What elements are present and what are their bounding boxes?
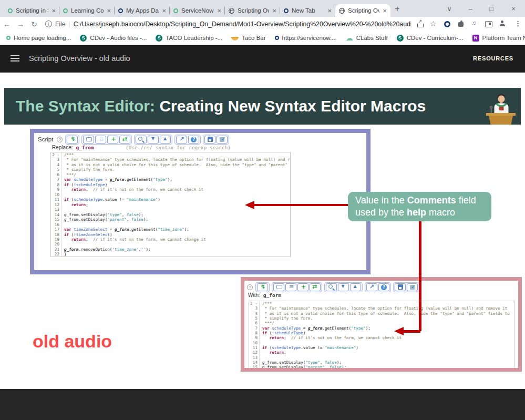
bookmark-item[interactable]: CDev - Curriculum-...	[397, 35, 464, 42]
save-icon[interactable]	[204, 136, 215, 144]
syntax-macro-icon	[259, 284, 266, 291]
tab-close-icon[interactable]: ×	[162, 7, 166, 14]
save-close-icon[interactable]	[217, 136, 228, 144]
close-icon[interactable]: ×	[502, 5, 525, 13]
comment-icon[interactable]	[83, 136, 94, 144]
reload-icon[interactable]: ↻	[27, 20, 41, 28]
browser-tab[interactable]: My Apps Dashb×	[115, 4, 170, 17]
with-value[interactable]: g_form	[263, 292, 281, 298]
profile-icon[interactable]	[498, 20, 506, 28]
browser-tab[interactable]: Scripting Overv×	[335, 4, 390, 17]
tab-close-icon[interactable]: ×	[327, 7, 332, 14]
bookmark-item[interactable]: Home page loading...	[6, 35, 71, 41]
format-icon[interactable]	[95, 136, 106, 144]
resources-button[interactable]: RESOURCES	[473, 55, 513, 62]
share-icon[interactable]	[416, 20, 424, 28]
tab-close-icon[interactable]: ×	[272, 7, 276, 14]
media-controls-icon[interactable]	[471, 20, 479, 28]
bookmark-star-icon[interactable]	[430, 20, 438, 28]
new-tab-button[interactable]: +	[390, 3, 404, 16]
bookmark-label: TACO Leadership -...	[166, 35, 222, 41]
code-line: 3 * For "maintenance" type schedules, lo…	[249, 306, 514, 311]
help-icon[interactable]: ?	[247, 284, 253, 290]
replace-field[interactable]: Replace: g_from (Use /re/ syntax for reg…	[52, 145, 231, 150]
arrow-to-script-editor	[254, 204, 348, 206]
tab-close-icon[interactable]: ×	[217, 7, 221, 14]
line-number: 10	[51, 192, 61, 197]
bookmark-label: Home page loading...	[14, 35, 71, 41]
side-panel-icon[interactable]	[485, 20, 492, 28]
script-field-label: Script	[38, 136, 53, 142]
insert-icon[interactable]	[107, 136, 118, 144]
bookmark-item[interactable]: TACO Leadership -...	[156, 35, 222, 42]
code-text: /***	[260, 301, 514, 306]
save-icon[interactable]	[395, 283, 406, 291]
find-next-icon[interactable]	[338, 283, 349, 291]
forward-icon[interactable]: →	[14, 20, 27, 28]
tab-search-chevron-icon[interactable]: ∨	[439, 5, 460, 13]
help-globe-icon[interactable]	[378, 283, 389, 291]
toolbar-group	[255, 282, 270, 292]
code-line: 14g_from.setDisplay("type", false);	[51, 212, 290, 217]
help-icon[interactable]: ?	[57, 137, 63, 142]
search-icon[interactable]	[136, 136, 147, 144]
find-next-icon[interactable]	[148, 136, 159, 144]
search-icon[interactable]	[326, 283, 337, 291]
browser-tab[interactable]: Learning Cours×	[59, 4, 115, 17]
format-icon[interactable]	[285, 283, 296, 291]
popout-icon[interactable]	[176, 136, 187, 144]
bookmark-item[interactable]: CDev - Audio files -...	[80, 35, 147, 42]
code-text: ***/	[260, 321, 514, 325]
line-number: 18	[51, 232, 61, 237]
extension-ring-icon[interactable]	[444, 20, 451, 28]
tab-close-icon[interactable]: ×	[383, 7, 387, 14]
find-previous-icon[interactable]	[350, 283, 361, 291]
page-info-icon[interactable]: i	[45, 21, 52, 27]
find-previous-icon[interactable]	[160, 136, 171, 144]
minimize-icon[interactable]: –	[460, 5, 481, 13]
replace-value[interactable]: g_from	[76, 145, 94, 150]
url-text[interactable]: C:/Users/joseph.baiocco/Desktop/Scriptin…	[74, 21, 411, 28]
maximize-icon[interactable]: □	[481, 5, 502, 13]
save-close-icon[interactable]	[407, 283, 418, 291]
bookmark-item[interactable]: Platform Team Not...	[472, 35, 525, 42]
line-number: 2 -	[51, 152, 61, 157]
macro-editor-screenshot: ? With: g_form 2 -/***3 * For "maintenan…	[241, 277, 522, 372]
url-box[interactable]: i File | C:/Users/joseph.baiocco/Desktop…	[45, 20, 411, 28]
bookmark-item[interactable]: https://servicenow....	[275, 35, 337, 41]
insert-icon[interactable]	[297, 283, 308, 291]
find-previous-icon	[162, 136, 169, 143]
bookmark-item[interactable]: CLabs Stuff	[346, 33, 388, 43]
replace-swap-icon[interactable]	[310, 283, 321, 291]
bookmark-item[interactable]: Taco Bar	[231, 35, 265, 41]
menu-hamburger-icon[interactable]	[11, 55, 19, 56]
with-field[interactable]: With: g_form	[248, 292, 281, 298]
code-text: var timeZoneSelect = g_form.getElement("…	[61, 227, 290, 232]
line-number: 6	[51, 172, 61, 177]
line-number: 21	[51, 247, 61, 252]
tab-close-icon[interactable]: ×	[52, 7, 56, 14]
bookmark-label: CLabs Stuff	[356, 35, 388, 41]
syntax-macro-icon[interactable]	[257, 283, 268, 291]
tab-title: Scripting in Ser	[16, 7, 48, 14]
syntax-macro-icon[interactable]	[67, 136, 78, 144]
browser-tab[interactable]: New Tab×	[280, 4, 335, 17]
help-globe-icon[interactable]	[188, 136, 199, 144]
comment-icon[interactable]	[273, 283, 284, 291]
popout-icon[interactable]	[366, 283, 377, 291]
replace-swap-icon[interactable]	[119, 136, 130, 144]
line-number: 16	[51, 222, 61, 227]
back-icon[interactable]: ←	[0, 20, 14, 28]
line-number: 3	[249, 306, 260, 311]
code-line: 11if (scheduleType.value != "maintenance…	[249, 345, 514, 350]
browser-tab[interactable]: Scripting in Ser×	[4, 4, 59, 17]
bookmark-label: Taco Bar	[242, 35, 265, 41]
extensions-puzzle-icon[interactable]	[457, 20, 465, 28]
browser-tab[interactable]: ServiceNow×	[170, 4, 225, 17]
menu-kebab-icon[interactable]	[512, 20, 520, 28]
code-line: 13	[249, 355, 514, 360]
browser-tab[interactable]: Scripting Overv×	[225, 4, 280, 17]
taco-icon	[231, 37, 239, 40]
tab-close-icon[interactable]: ×	[107, 7, 111, 14]
macro-code-area[interactable]: 2 -/***3 * For "maintenance" type schedu…	[249, 301, 514, 370]
